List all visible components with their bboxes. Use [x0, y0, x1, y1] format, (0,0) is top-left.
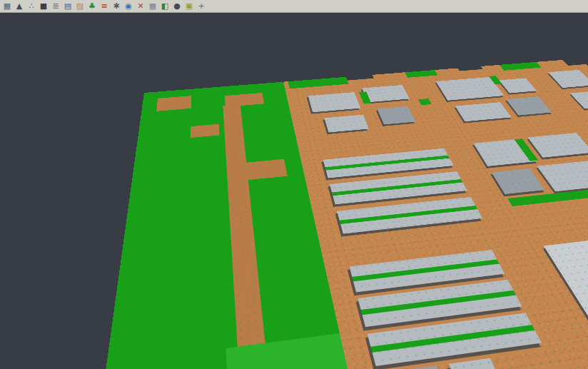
delete-icon[interactable]: ✕ — [135, 1, 146, 11]
vegetation-patch — [418, 98, 432, 105]
building-roof — [324, 114, 368, 132]
bare-ground-patch — [156, 96, 191, 111]
terrain-class-icon[interactable]: ≡ — [98, 1, 110, 11]
building-roof — [500, 78, 537, 93]
building-roof — [537, 159, 588, 191]
building-roof — [570, 91, 588, 108]
layers-icon[interactable]: ≣ — [50, 1, 61, 11]
toolbar: ▦▲∴■≣▤▨♣≡✱◉✕▦◧●▣+ — [0, 0, 588, 13]
vegetation-patch — [106, 81, 340, 363]
building-roof — [381, 365, 445, 369]
scalar-field-icon[interactable]: ▤ — [62, 1, 74, 11]
building-roof — [492, 168, 545, 194]
vegetation-patch — [288, 76, 349, 88]
building-roof — [527, 133, 588, 158]
mesh-triangle-icon[interactable]: ▲ — [14, 1, 25, 11]
terrain-edge-gap — [457, 66, 482, 71]
folder-open-icon[interactable]: ▨ — [74, 1, 86, 11]
sphere-render-icon[interactable]: ● — [171, 1, 183, 11]
dark-view-icon[interactable]: ■ — [38, 1, 49, 11]
vegetation-class-icon[interactable]: ♣ — [86, 1, 98, 11]
building-roof — [308, 92, 361, 112]
classification-icon[interactable]: ◧ — [159, 1, 171, 11]
viewport-3d[interactable] — [0, 13, 588, 369]
warehouse-roof — [337, 196, 482, 233]
globe-icon[interactable]: ◉ — [123, 1, 134, 11]
settings-icon[interactable]: ✱ — [111, 1, 122, 11]
point-cloud-icon[interactable]: ∴ — [26, 1, 37, 11]
terrain-edge-gap — [562, 59, 587, 66]
bare-ground-patch — [246, 158, 288, 179]
building-roof — [377, 106, 416, 124]
grid-icon[interactable]: ▦ — [147, 1, 158, 11]
picker-icon[interactable]: + — [196, 1, 207, 11]
palette-icon[interactable]: ▣ — [183, 1, 195, 11]
building-roof — [455, 102, 512, 121]
application-window: ▦▲∴■≣▤▨♣≡✱◉✕▦◧●▣+ — [0, 0, 588, 369]
building-roof — [548, 69, 588, 87]
building-roof — [544, 236, 588, 319]
vegetation-patch — [405, 70, 438, 78]
building-roof — [449, 358, 500, 369]
building-roof — [506, 96, 552, 115]
bare-ground-patch — [191, 123, 219, 137]
vegetation-patch — [500, 62, 542, 71]
window-layout-icon[interactable]: ▦ — [1, 1, 13, 11]
point-cloud-model — [0, 59, 588, 369]
